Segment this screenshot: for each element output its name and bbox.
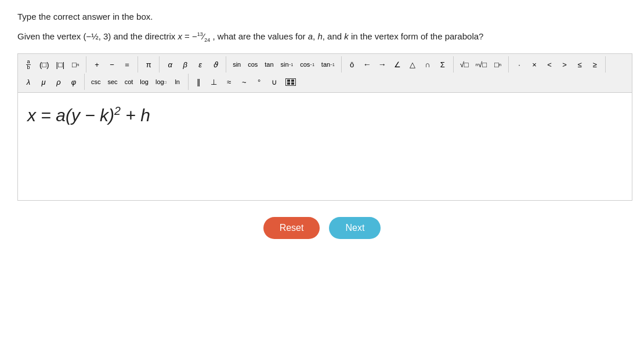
arccos-button[interactable]: cos−1 [297, 58, 317, 71]
divider-6 [453, 56, 454, 73]
toolbar-section-trig: sin cos tan sin−1 cos−1 tan−1 [230, 58, 338, 71]
toolbar-section-greek2: λ μ ρ φ [21, 75, 81, 88]
union-button[interactable]: ∪ [267, 75, 281, 88]
toolbar-section-ops: + − = [90, 58, 134, 71]
rho-button[interactable]: ρ [52, 75, 66, 88]
toolbar-section-special: ‖ ⊥ ≈ ~ ° ∪ [192, 75, 299, 88]
theta-button[interactable]: ϑ [208, 58, 222, 71]
subscript2-button[interactable]: □n [491, 58, 505, 71]
superscript-button[interactable]: □n [68, 58, 82, 71]
matrix-icon [285, 78, 296, 86]
triangle-button[interactable]: △ [406, 58, 419, 71]
absolute-value-button[interactable]: |□| [53, 58, 68, 71]
instruction-text: Type the correct answer in the box. [17, 12, 627, 21]
divider-10 [188, 74, 189, 90]
degree-button[interactable]: ° [252, 75, 266, 88]
equals-button[interactable]: = [120, 58, 134, 71]
reset-button[interactable]: Reset [263, 217, 320, 239]
sigma-button[interactable]: Σ [436, 58, 450, 71]
answer-input-area[interactable]: x = a(y − k)2 + h [18, 93, 632, 200]
tilde-button[interactable]: ~ [237, 75, 251, 88]
cot-button[interactable]: cot [122, 75, 136, 88]
gt-button[interactable]: > [558, 58, 571, 71]
pi-button[interactable]: π [142, 58, 155, 71]
divider-5 [341, 56, 342, 73]
geq-button[interactable]: ≥ [588, 58, 602, 71]
toolbar-section-trig2: csc sec cot log log□ ln [88, 75, 184, 88]
math-editor: a b (□) |□| □n + − = π α β ε ϑ sin c [17, 53, 632, 201]
math-toolbar: a b (□) |□| □n + − = π α β ε ϑ sin c [18, 54, 632, 93]
perp-button[interactable]: ⊥ [207, 75, 221, 88]
divider-7 [508, 56, 509, 73]
arctan-button[interactable]: tan−1 [319, 58, 338, 71]
matrix-button[interactable] [283, 75, 299, 88]
plus-button[interactable]: + [90, 58, 104, 71]
divider-2 [138, 56, 138, 73]
leq-button[interactable]: ≤ [573, 58, 587, 71]
tan-button[interactable]: tan [262, 58, 276, 71]
sec-button[interactable]: sec [105, 75, 121, 88]
arcsin-button[interactable]: sin−1 [278, 58, 296, 71]
intersect-button[interactable]: ∩ [421, 58, 435, 71]
toolbar-section-pi: π [142, 58, 155, 71]
dot-button[interactable]: · [512, 58, 526, 71]
next-button[interactable]: Next [329, 217, 381, 239]
ln-button[interactable]: ln [171, 75, 184, 88]
toolbar-section-greek: α β ε ϑ [163, 58, 222, 71]
divider-1 [86, 56, 86, 73]
times-button[interactable]: × [527, 58, 541, 71]
toolbar-section-arrows: ō ← → ∠ △ ∩ Σ [345, 58, 450, 71]
beta-button[interactable]: β [178, 58, 192, 71]
divider-3 [159, 56, 160, 73]
fraction-icon: a b [26, 59, 30, 70]
divider-9 [84, 74, 85, 90]
toolbar-section-ops2: · × < > ≤ ≥ [512, 58, 602, 71]
sqrt-button[interactable]: √□ [457, 58, 472, 71]
approx-button[interactable]: ≈ [222, 75, 236, 88]
right-arrow-button[interactable]: → [375, 58, 389, 71]
sin-button[interactable]: sin [230, 58, 244, 71]
divider-4 [226, 56, 226, 73]
divider-8 [605, 56, 606, 73]
left-arrow-button[interactable]: ← [360, 58, 374, 71]
cos-button[interactable]: cos [245, 58, 261, 71]
lt-button[interactable]: < [542, 58, 556, 71]
toolbar-section-roots: √□ n√□ □n [457, 58, 505, 71]
parallel-button[interactable]: ‖ [192, 75, 206, 88]
bar-button[interactable]: ō [345, 58, 359, 71]
parentheses-button[interactable]: (□) [37, 58, 52, 71]
toolbar-section-fractions: a b (□) |□| □n [21, 57, 82, 72]
lambda-button[interactable]: λ [21, 75, 35, 88]
log-button[interactable]: log [137, 75, 151, 88]
action-buttons: Reset Next [17, 217, 627, 239]
nthroot-button[interactable]: n√□ [473, 58, 490, 71]
answer-expression: x = a(y − k)2 + h [27, 106, 150, 125]
logb-button[interactable]: log□ [153, 75, 169, 88]
angle-button[interactable]: ∠ [390, 58, 404, 71]
phi-button[interactable]: φ [67, 75, 81, 88]
epsilon-button[interactable]: ε [193, 58, 207, 71]
question-text: Given the vertex (−½, 3) and the directr… [17, 30, 627, 44]
alpha-button[interactable]: α [163, 58, 177, 71]
fraction-button[interactable]: a b [21, 57, 35, 72]
csc-button[interactable]: csc [88, 75, 104, 88]
minus-button[interactable]: − [105, 58, 119, 71]
mu-button[interactable]: μ [37, 75, 50, 88]
